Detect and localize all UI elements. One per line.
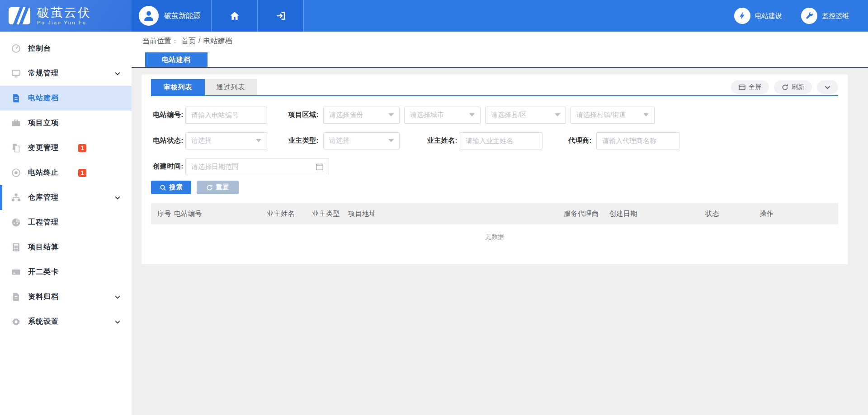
breadcrumb-home[interactable]: 首页 [181, 37, 196, 46]
main-content: 当前位置： 首页 / 电站建档 电站建档 审核列表 通过列表 全屏 刷新 [132, 32, 868, 415]
sidebar-item-data-archive[interactable]: 资料归档 [0, 284, 132, 309]
sidebar-item-project-initiation[interactable]: 项目立项 [0, 111, 132, 135]
column-header: 状态 [705, 210, 760, 218]
caret-down-icon [643, 113, 649, 117]
caret-down-icon [256, 139, 261, 142]
search-button[interactable]: 搜索 [151, 181, 191, 194]
logo-icon [8, 5, 32, 26]
change-mgmt-badge: 1 [78, 144, 86, 152]
reset-icon [206, 184, 213, 191]
refresh-button[interactable]: 刷新 [774, 80, 812, 94]
column-header: 电站编号 [174, 210, 267, 218]
home-icon [229, 10, 240, 21]
user-name: 破茧新能源 [164, 11, 200, 21]
sidebar-item-project-settlement[interactable]: 项目结算 [0, 235, 132, 260]
sidebar-item-warehouse-mgmt[interactable]: 仓库管理 [0, 185, 132, 210]
nav-monitor-ops[interactable]: 监控运维 [801, 0, 849, 32]
city-select[interactable]: 请选择城市 [404, 107, 481, 124]
reset-button[interactable]: 重置 [197, 181, 239, 194]
caret-down-icon [388, 139, 394, 142]
date-range-input[interactable] [185, 158, 329, 175]
breadcrumb: 当前位置： 首页 / 电站建档 [142, 37, 232, 46]
fullscreen-icon [739, 84, 745, 91]
sidebar-item-engineering-mgmt[interactable]: 工程管理 [0, 210, 132, 235]
logout-button[interactable] [258, 0, 304, 32]
divider [132, 67, 868, 68]
region-label: 项目区域: [279, 111, 319, 119]
province-select[interactable]: 请选择省份 [323, 107, 400, 124]
station-no-input[interactable] [185, 107, 267, 124]
search-icon [160, 184, 166, 191]
header: 破茧云伏 Po Jian Yun Fu 破茧新能源 电站建设 监 [0, 0, 868, 32]
panel-toolbar: 全屏 刷新 [731, 80, 838, 94]
agent-label: 代理商: [562, 136, 592, 145]
person-icon [142, 9, 155, 22]
owner-type-select[interactable]: 请选择 [323, 132, 400, 149]
caret-down-icon [388, 113, 394, 117]
table-header: 序号 电站编号 业主姓名 业主类型 项目地址 服务代理商 创建日期 状态 操作 [151, 203, 838, 224]
brand-name: 破茧云伏 [37, 6, 91, 19]
panel: 审核列表 通过列表 全屏 刷新 电站编号: 项目区域: [142, 75, 848, 264]
calculator-icon [11, 242, 21, 252]
fullscreen-button[interactable]: 全屏 [731, 80, 769, 94]
nav-station-build-label: 电站建设 [755, 12, 782, 20]
wrench-icon [801, 8, 817, 24]
breadcrumb-prefix: 当前位置： [142, 37, 179, 46]
town-select[interactable]: 请选择村镇/街道 [571, 107, 655, 124]
target-icon [11, 168, 21, 178]
column-header: 业主姓名 [267, 210, 312, 218]
chevron-down-icon [114, 294, 121, 300]
sidebar-item-system-settings[interactable]: 系统设置 [0, 309, 132, 334]
page-tab[interactable]: 电站建档 [145, 52, 208, 67]
home-button[interactable] [212, 0, 258, 32]
gear-icon [11, 317, 21, 327]
lightning-icon [734, 8, 750, 24]
column-header: 创建日期 [609, 210, 705, 218]
sidebar-item-change-mgmt[interactable]: 变更管理 1 [0, 135, 132, 160]
archive-icon [11, 292, 21, 302]
collapse-button[interactable] [817, 80, 838, 94]
logo: 破茧云伏 Po Jian Yun Fu [0, 0, 132, 32]
gauge-icon [11, 218, 21, 228]
column-header: 服务代理商 [564, 210, 609, 218]
sidebar-item-console[interactable]: 控制台 [0, 36, 132, 61]
tab-review-list[interactable]: 审核列表 [151, 79, 205, 95]
sidebar-item-station-archive[interactable]: 电站建档 [0, 86, 132, 111]
tab-passed-list[interactable]: 通过列表 [205, 79, 257, 95]
sidebar-item-station-termination[interactable]: 电站终止 1 [0, 160, 132, 185]
avatar [139, 6, 159, 26]
card-icon [11, 267, 21, 277]
owner-name-label: 业主姓名: [422, 136, 458, 145]
station-status-label: 电站状态: [151, 136, 184, 145]
document-icon [11, 93, 21, 103]
sidebar-item-open-card[interactable]: 开二类卡 [0, 260, 132, 284]
agent-input[interactable] [596, 132, 679, 149]
nav-station-build[interactable]: 电站建设 [734, 0, 782, 32]
header-bar: 破茧新能源 电站建设 监控运维 [132, 0, 868, 32]
filter-form: 电站编号: 项目区域: 请选择省份 请选择城市 请选择县/区 请选择村镇/街道 … [151, 102, 838, 179]
active-indicator [0, 185, 2, 210]
chevron-down-icon [114, 70, 121, 77]
sitemap-icon [11, 193, 21, 203]
nav-monitor-ops-label: 监控运维 [822, 12, 849, 20]
calendar-icon [316, 163, 324, 171]
owner-type-label: 业主类型: [279, 136, 319, 145]
sidebar: 控制台 常规管理 电站建档 项目立项 变更管理 1 电站终止 1 仓库管理 工程… [0, 32, 132, 415]
owner-name-input[interactable] [460, 132, 542, 149]
breadcrumb-separator: / [198, 37, 200, 46]
top-strip: 当前位置： 首页 / 电站建档 电站建档 [132, 32, 868, 67]
sidebar-item-general-mgmt[interactable]: 常规管理 [0, 61, 132, 86]
station-termination-badge: 1 [78, 169, 86, 177]
form-actions: 搜索 重置 [151, 181, 838, 194]
column-header: 业主类型 [312, 210, 348, 218]
refresh-icon [782, 84, 788, 91]
station-status-select[interactable]: 请选择 [185, 132, 267, 149]
empty-state: 无数据 [151, 224, 838, 250]
user-menu[interactable]: 破茧新能源 [132, 0, 212, 32]
caret-down-icon [469, 113, 475, 117]
logout-icon [275, 10, 286, 21]
county-select[interactable]: 请选择县/区 [485, 107, 566, 124]
column-header: 序号 [157, 210, 174, 218]
copy-icon [11, 143, 21, 153]
column-header: 项目地址 [348, 210, 564, 218]
